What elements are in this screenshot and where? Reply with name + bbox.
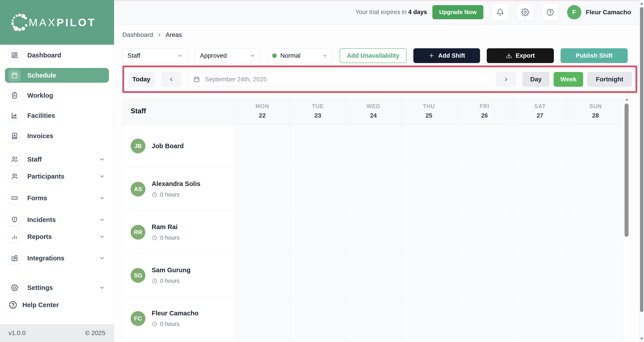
schedule-cell[interactable]	[401, 211, 456, 254]
schedule-cell[interactable]	[568, 168, 623, 211]
shift-type-select[interactable]: Normal	[267, 48, 333, 63]
schedule-cell[interactable]	[512, 297, 568, 340]
sidebar-item-invoices[interactable]: Invoices	[5, 128, 109, 143]
schedule-cell[interactable]	[512, 168, 568, 211]
schedule-cell[interactable]	[346, 297, 401, 340]
sidebar-item-facilities[interactable]: Facilities	[5, 108, 109, 123]
date-picker-input[interactable]: September 24th, 2025	[188, 72, 490, 87]
sidebar-item-dashboard[interactable]: Dashboard	[5, 48, 109, 63]
content: Dashboard Areas Staff Approved Normal	[114, 30, 644, 340]
schedule-cell[interactable]	[290, 168, 346, 211]
schedule-cell[interactable]	[568, 124, 623, 168]
schedule-cell[interactable]	[568, 211, 623, 254]
schedule-row-job-board: JB Job Board	[122, 124, 623, 168]
schedule-cell[interactable]	[234, 168, 290, 211]
day-header-sat: SAT27	[512, 98, 568, 124]
schedule-scrollbar-thumb[interactable]	[624, 103, 628, 237]
schedule-cell[interactable]	[290, 211, 346, 254]
gear-icon	[521, 8, 529, 16]
sidebar-item-reports[interactable]: Reports	[5, 229, 109, 244]
previous-week-button[interactable]	[161, 72, 182, 87]
breadcrumb-dashboard[interactable]: Dashboard	[122, 31, 153, 38]
schedule-cell[interactable]	[512, 211, 568, 254]
view-day-button[interactable]: Day	[522, 72, 550, 87]
view-week-button[interactable]: Week	[554, 72, 583, 87]
schedule-cell[interactable]	[568, 254, 623, 297]
schedule-cell[interactable]	[234, 124, 290, 168]
schedule-cell[interactable]	[512, 124, 568, 168]
schedule-cell[interactable]	[346, 124, 401, 168]
schedule-cell[interactable]	[234, 297, 290, 340]
avatar: RR	[131, 225, 146, 240]
schedule-header-row: Staff MON22 TUE23 WED24 THU25 FRI26 SAT2…	[122, 98, 623, 124]
export-button[interactable]: Export	[487, 48, 554, 63]
sidebar-item-participants[interactable]: Participants	[5, 169, 109, 184]
add-unavailability-button[interactable]: Add Unavailability	[340, 48, 407, 63]
schedule-cell[interactable]	[290, 254, 346, 297]
sidebar-item-staff[interactable]: Staff	[5, 152, 109, 167]
schedule-cell[interactable]	[346, 211, 401, 254]
sidebar-item-forms[interactable]: Forms	[5, 191, 109, 205]
chevron-down-icon	[99, 217, 105, 223]
schedule-cell[interactable]	[234, 254, 290, 297]
day-header-tue: TUE23	[290, 98, 346, 124]
notifications-button[interactable]	[492, 4, 508, 20]
breadcrumb-current[interactable]: Areas	[166, 31, 182, 38]
schedule-cell[interactable]	[234, 211, 290, 254]
sidebar-item-help-center[interactable]: Help Center	[5, 298, 109, 312]
approval-filter-select[interactable]: Approved	[195, 48, 260, 63]
schedule-cell[interactable]	[456, 168, 512, 211]
avatar: F	[567, 5, 581, 19]
staff-hours: 0 hours	[152, 321, 199, 328]
view-fortnight-button[interactable]: Fortnight	[587, 72, 632, 87]
chevron-right-icon	[156, 32, 162, 37]
breadcrumb: Dashboard Areas	[122, 30, 644, 39]
next-week-button[interactable]	[496, 72, 516, 87]
chevron-left-icon	[168, 76, 174, 82]
scroll-up-icon[interactable]	[640, 2, 643, 5]
page-scrollbar[interactable]	[639, 0, 644, 342]
page-scrollbar-thumb[interactable]	[640, 7, 643, 312]
schedule-cell[interactable]	[346, 168, 401, 211]
sidebar-item-integrations[interactable]: Integrations	[5, 251, 109, 266]
schedule-cell[interactable]	[290, 124, 346, 168]
sidebar-item-schedule[interactable]: Schedule	[5, 68, 109, 83]
staff-filter-select[interactable]: Staff	[122, 48, 188, 63]
schedule-cell[interactable]	[512, 254, 568, 297]
sidebar-item-worklog[interactable]: Worklog	[5, 88, 109, 103]
schedule-cell[interactable]	[456, 297, 512, 340]
status-dot	[272, 53, 277, 58]
shield-alert-icon	[8, 214, 20, 226]
sidebar-item-incidents[interactable]: Incidents	[5, 212, 109, 227]
scroll-up-icon[interactable]	[625, 98, 628, 101]
schedule-cell[interactable]	[401, 297, 456, 340]
schedule-cell[interactable]	[456, 254, 512, 297]
user-menu[interactable]: F Fleur Camacho	[567, 5, 631, 19]
brand-name: MAXPILOT	[29, 16, 96, 29]
clipboard-icon	[8, 89, 20, 101]
brand-logo: MAXPILOT	[0, 0, 114, 45]
sidebar-item-settings[interactable]: Settings	[5, 280, 109, 295]
staff-info-cell: AS Alexandra Solis 0 hours	[122, 168, 234, 211]
schedule-cell[interactable]	[456, 124, 512, 168]
scroll-down-icon[interactable]	[640, 338, 643, 340]
schedule-cell[interactable]	[401, 254, 456, 297]
topbar: Your trial expires in 4 days Upgrade Now…	[114, 0, 644, 24]
upgrade-now-button[interactable]: Upgrade Now	[432, 5, 484, 19]
schedule-scrollbar[interactable]	[623, 96, 630, 341]
day-header-mon: MON22	[234, 98, 290, 124]
staff-name: Sam Gurung	[152, 267, 190, 274]
avatar: FC	[131, 311, 146, 326]
chevron-down-icon	[99, 285, 105, 291]
publish-shift-button[interactable]: Publish Shift	[560, 48, 628, 63]
schedule-cell[interactable]	[401, 124, 456, 168]
schedule-cell[interactable]	[346, 254, 401, 297]
today-button[interactable]: Today	[128, 72, 155, 87]
schedule-cell[interactable]	[401, 168, 456, 211]
schedule-cell[interactable]	[568, 297, 623, 340]
add-shift-button[interactable]: Add Shift	[414, 48, 480, 63]
schedule-cell[interactable]	[290, 297, 346, 340]
help-button[interactable]	[542, 4, 558, 20]
settings-button[interactable]	[517, 4, 534, 20]
schedule-cell[interactable]	[456, 211, 512, 254]
